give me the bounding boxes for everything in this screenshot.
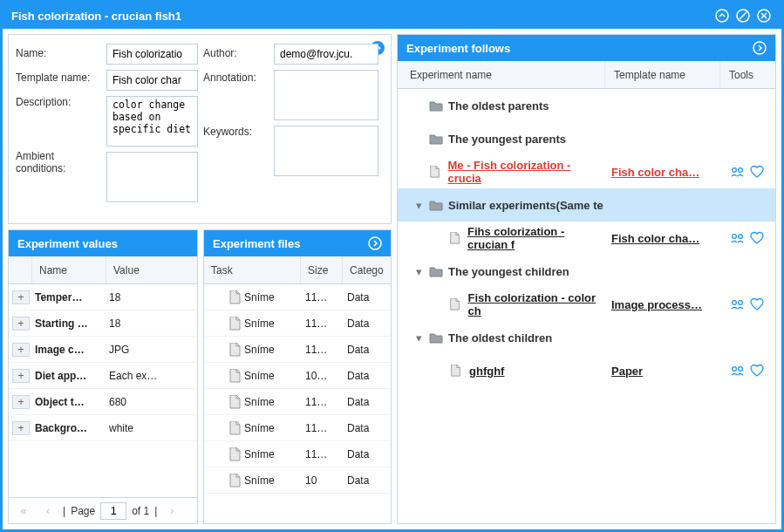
follows-col-template[interactable]: Template name (604, 61, 719, 88)
value-name: Diet app… (30, 370, 104, 382)
tree-template[interactable]: Fish color cha… (611, 232, 699, 245)
tree-label[interactable]: Fish colorization - color ch (468, 291, 605, 317)
svg-point-9 (733, 168, 737, 173)
expand-icon[interactable]: + (12, 343, 30, 357)
tree-row[interactable]: ▸Me - Fish colorization - cruciaFish col… (398, 155, 775, 188)
twisty-down-icon[interactable]: ▾ (413, 266, 424, 276)
values-row[interactable]: +Diet app…Each ex… (9, 363, 197, 389)
favorite-icon[interactable] (749, 297, 765, 312)
files-row[interactable]: Sníme10…Data (204, 363, 391, 389)
files-col-category[interactable]: Catego (342, 256, 391, 283)
file-category: Data (342, 396, 391, 408)
files-panel: Experiment files Task Size Catego Sníme1… (203, 229, 392, 524)
share-icon[interactable] (730, 297, 746, 312)
files-next-icon[interactable] (368, 236, 382, 250)
files-row[interactable]: Sníme11…Data (204, 389, 391, 415)
ambient-input[interactable] (106, 152, 198, 202)
file-size: 11… (300, 396, 342, 408)
files-col-size[interactable]: Size (300, 256, 342, 283)
annotation-input[interactable] (274, 70, 378, 120)
file-icon (228, 447, 241, 461)
tree-template[interactable]: Image process… (611, 298, 702, 311)
follows-title: Experiment follows (406, 42, 510, 55)
pager-first-icon[interactable]: « (14, 502, 33, 520)
value-name: Temper… (30, 291, 104, 304)
tree-row[interactable]: ▸The oldest parents (398, 89, 775, 122)
expand-icon[interactable]: + (12, 421, 30, 435)
close-icon[interactable] (755, 7, 773, 24)
value-value: white (104, 422, 197, 434)
file-category: Data (342, 448, 391, 460)
expand-icon[interactable]: + (12, 290, 30, 304)
values-col-name[interactable]: Name (31, 256, 106, 283)
twisty-down-icon[interactable]: ▾ (413, 332, 424, 343)
favorite-icon[interactable] (749, 230, 765, 246)
file-icon (228, 317, 241, 331)
template-label: Template name: (16, 68, 101, 92)
tree-label[interactable]: Fihs colorization - crucian f (467, 225, 604, 251)
file-task: Sníme (204, 447, 300, 461)
favorite-icon[interactable] (749, 363, 765, 379)
share-icon[interactable] (730, 230, 746, 246)
expand-icon[interactable]: + (12, 369, 30, 383)
files-row[interactable]: Sníme11…Data (204, 415, 391, 441)
folder-icon (429, 265, 443, 277)
tree-row[interactable]: ▸Fihs colorization - crucian fFish color… (398, 222, 775, 255)
value-value: 18 (104, 291, 197, 304)
pager-next-icon[interactable]: › (162, 502, 181, 520)
share-icon[interactable] (730, 164, 746, 180)
collapse-icon[interactable] (713, 7, 731, 24)
file-task: Sníme (204, 290, 300, 304)
expand-icon[interactable]: + (12, 395, 30, 409)
follows-col-tools[interactable]: Tools (719, 61, 775, 88)
follows-col-name[interactable]: Experiment name (398, 61, 604, 88)
svg-point-7 (369, 237, 381, 249)
pager-page-input[interactable] (100, 502, 126, 520)
tree-label[interactable]: Me - Fish colorization - crucia (448, 159, 605, 185)
disable-icon[interactable] (734, 7, 752, 24)
tree-row[interactable]: ▾The youngest children (398, 255, 775, 288)
expand-icon[interactable]: + (12, 317, 30, 331)
tree-label[interactable]: ghfghf (469, 365, 504, 378)
share-icon[interactable] (730, 363, 746, 379)
template-input[interactable] (106, 70, 198, 91)
favorite-icon[interactable] (749, 164, 765, 180)
document-icon (449, 232, 462, 244)
values-row[interactable]: +Temper…18 (9, 284, 197, 310)
svg-point-8 (753, 42, 766, 54)
tree-row[interactable]: ▸The youngest parents (398, 122, 775, 155)
files-row[interactable]: Sníme10Data (204, 467, 391, 494)
folder-icon (429, 99, 443, 112)
file-category: Data (342, 344, 391, 356)
author-input[interactable] (274, 44, 378, 65)
titlebar: Fish colorization - crucian fish1 (3, 3, 781, 29)
values-col-value[interactable]: Value (106, 256, 197, 283)
name-input[interactable] (106, 44, 198, 65)
file-category: Data (342, 474, 391, 487)
folder-icon (429, 199, 443, 211)
tree-row[interactable]: ▾Similar experiments(Same te (398, 188, 775, 222)
twisty-down-icon[interactable]: ▾ (413, 200, 424, 210)
values-row[interactable]: +Backgro…white (9, 415, 197, 441)
description-input[interactable]: color change based on specific diet (106, 96, 198, 147)
files-row[interactable]: Sníme11…Data (204, 310, 391, 337)
tree-row[interactable]: ▸ghfghfPaper (398, 354, 775, 387)
tree-template[interactable]: Fish color cha… (611, 166, 699, 179)
files-col-task[interactable]: Task (204, 256, 300, 283)
keywords-input[interactable] (274, 126, 378, 176)
value-value: JPG (104, 344, 197, 356)
files-row[interactable]: Sníme11…Data (204, 337, 391, 363)
files-row[interactable]: Sníme11…Data (204, 284, 391, 310)
values-row[interactable]: +Object t…680 (9, 389, 197, 415)
tree-row[interactable]: ▸Fish colorization - color chImage proce… (398, 288, 775, 321)
annotation-label: Annotation: (203, 68, 269, 122)
tree-row[interactable]: ▾The oldest children (398, 321, 775, 354)
file-icon (228, 421, 241, 435)
values-row[interactable]: +Image c…JPG (9, 337, 197, 363)
values-panel: Experiment values Name Value +Temper…18+… (8, 229, 198, 524)
pager-prev-icon[interactable]: ‹ (38, 502, 58, 520)
values-row[interactable]: +Starting …18 (9, 310, 197, 337)
tree-template[interactable]: Paper (611, 365, 643, 378)
follows-next-icon[interactable] (753, 41, 767, 55)
files-row[interactable]: Sníme11…Data (204, 441, 391, 467)
